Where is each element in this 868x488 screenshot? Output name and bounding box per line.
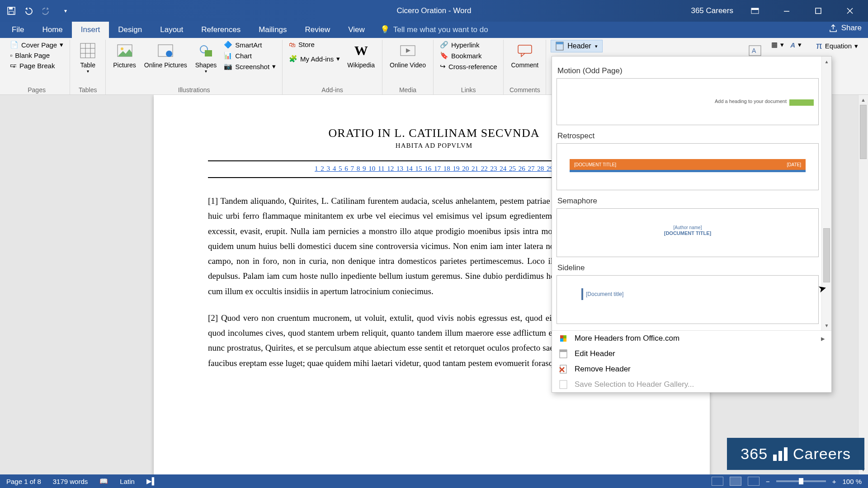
maximize-icon[interactable]: [808, 4, 828, 18]
view-web-icon[interactable]: [748, 477, 760, 486]
status-words[interactable]: 3179 words: [53, 478, 88, 485]
remove-header-icon: [558, 364, 568, 374]
tab-home[interactable]: Home: [33, 22, 71, 38]
tab-review[interactable]: Review: [296, 22, 340, 38]
svg-rect-23: [556, 42, 563, 44]
qat-customize-icon[interactable]: ▾: [60, 5, 71, 17]
table-icon: [79, 42, 97, 60]
edit-header-icon: [558, 349, 568, 359]
tell-me-placeholder: Tell me what you want to do: [393, 25, 488, 34]
pictures-icon: [116, 42, 134, 60]
svg-rect-19: [205, 50, 212, 56]
wikipedia-icon: W: [352, 42, 370, 60]
gallery-item-retrospect[interactable]: [DOCUMENT TITLE][DATE]: [557, 143, 819, 190]
page-break-button[interactable]: ⮓Page Break: [8, 61, 65, 70]
svg-rect-31: [560, 350, 567, 352]
svg-rect-9: [80, 43, 95, 58]
status-page[interactable]: Page 1 of 8: [6, 478, 41, 485]
sema-author: [Author name]: [674, 225, 702, 230]
gallery-scroll-thumb[interactable]: [823, 228, 830, 282]
my-addins-button[interactable]: 🧩My Add-ins ▾: [287, 54, 342, 64]
view-print-icon[interactable]: [730, 477, 741, 486]
edit-header-item[interactable]: Edit Header: [552, 346, 831, 361]
tab-design[interactable]: Design: [109, 22, 151, 38]
group-label-tables: Tables: [75, 86, 101, 94]
save-icon[interactable]: [5, 5, 17, 17]
redo-icon[interactable]: [42, 5, 53, 17]
ribbon-display-options-icon[interactable]: [745, 4, 765, 18]
share-button[interactable]: Share: [829, 23, 862, 33]
tab-mailings[interactable]: Mailings: [250, 22, 296, 38]
gallery-item-semaphore[interactable]: [Author name] [DOCUMENT TITLE]: [557, 208, 819, 257]
chevron-down-icon: ▾: [595, 43, 598, 49]
wikipedia-button[interactable]: WWikipedia: [344, 40, 377, 70]
macro-icon[interactable]: ▶▌: [146, 477, 157, 485]
tab-insert[interactable]: Insert: [72, 22, 109, 38]
store-icon: 🛍: [289, 41, 296, 48]
comment-button[interactable]: Comment: [508, 40, 541, 70]
vertical-scrollbar[interactable]: ▲ ▼: [858, 95, 868, 474]
tab-references[interactable]: References: [192, 22, 250, 38]
comment-icon: [516, 42, 534, 60]
gallery-scroll-down-icon[interactable]: ▼: [822, 320, 831, 330]
svg-rect-21: [518, 45, 532, 53]
remove-header-item[interactable]: Remove Header: [552, 361, 831, 377]
online-video-button[interactable]: Online Video: [387, 40, 429, 70]
wordart-button[interactable]: A▾: [788, 40, 803, 50]
bookmark-button[interactable]: 🔖Bookmark: [438, 51, 499, 61]
undo-icon[interactable]: [24, 5, 35, 17]
svg-rect-28: [560, 338, 563, 342]
brand-bars-icon: [773, 447, 788, 461]
save-gallery-icon: [558, 380, 568, 389]
group-comments: Comment Comments: [504, 40, 546, 94]
spellcheck-icon[interactable]: 📖: [99, 477, 108, 485]
zoom-knob[interactable]: [799, 478, 803, 484]
gallery-cat-retrospect: Retrospect: [557, 128, 819, 143]
tab-file[interactable]: File: [3, 22, 33, 38]
smartart-button[interactable]: 🔷SmartArt: [222, 40, 278, 50]
gallery-item-motion[interactable]: Add a heading to your document: [557, 78, 819, 125]
gallery-scroll-up-icon[interactable]: ▲: [822, 56, 831, 66]
cross-reference-button[interactable]: ↪Cross-reference: [438, 61, 499, 71]
scroll-thumb[interactable]: [860, 105, 867, 159]
tell-me-search[interactable]: 💡 Tell me what you want to do: [380, 25, 488, 38]
equation-button[interactable]: πEquation ▾: [814, 40, 860, 52]
minimize-icon[interactable]: [777, 4, 797, 18]
lightbulb-icon: 💡: [380, 25, 390, 34]
scroll-up-icon[interactable]: ▲: [859, 95, 868, 105]
status-language[interactable]: Latin: [120, 478, 135, 485]
submenu-arrow-icon: ▸: [821, 334, 825, 343]
shapes-button[interactable]: Shapes▾: [193, 40, 219, 76]
quickparts-button[interactable]: ▦▾: [769, 40, 786, 50]
svg-point-17: [166, 51, 172, 57]
pictures-button[interactable]: Pictures: [110, 40, 139, 70]
quickparts-icon: ▦: [771, 41, 778, 49]
screenshot-button[interactable]: 📷Screenshot ▾: [222, 61, 278, 71]
titlebar-right: 365 Careers: [691, 4, 868, 18]
zoom-level[interactable]: 100 %: [842, 478, 862, 485]
zoom-out-icon[interactable]: −: [766, 478, 770, 485]
blank-page-button[interactable]: ▫Blank Page: [8, 51, 65, 60]
tab-view[interactable]: View: [339, 22, 374, 38]
retro-underline: [570, 170, 806, 172]
gallery-cat-motion: Motion (Odd Page): [557, 63, 819, 78]
hyperlink-button[interactable]: 🔗Hyperlink: [438, 40, 499, 50]
tab-layout[interactable]: Layout: [151, 22, 192, 38]
chart-button[interactable]: 📊Chart: [222, 51, 278, 61]
cover-page-button[interactable]: 📄Cover Page ▾: [8, 40, 65, 50]
table-button[interactable]: Table▾: [75, 40, 101, 76]
more-headers-item[interactable]: More Headers from Office.com ▸: [552, 331, 831, 346]
online-pictures-icon: [156, 42, 175, 60]
sema-title: [DOCUMENT TITLE]: [664, 230, 711, 236]
office-icon: [558, 333, 568, 343]
gallery-item-sideline[interactable]: [Document title]: [557, 275, 819, 324]
zoom-slider[interactable]: [776, 480, 826, 482]
view-read-icon[interactable]: [712, 477, 723, 486]
smartart-icon: 🔷: [224, 41, 232, 49]
zoom-in-icon[interactable]: +: [832, 478, 836, 485]
video-icon: [399, 42, 417, 60]
store-button[interactable]: 🛍Store: [287, 40, 342, 49]
close-icon[interactable]: [840, 4, 860, 18]
header-button[interactable]: Header ▾: [551, 40, 602, 52]
online-pictures-button[interactable]: Online Pictures: [142, 40, 190, 70]
